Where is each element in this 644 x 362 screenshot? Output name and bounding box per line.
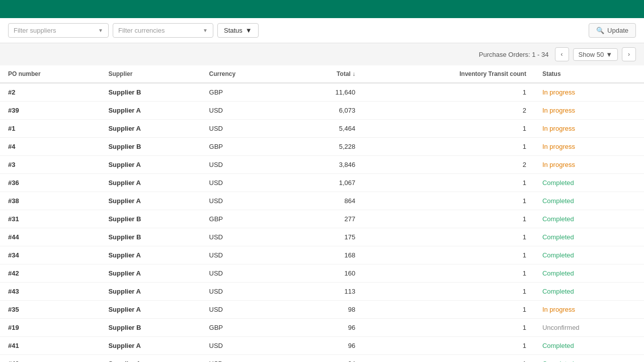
status-badge: Completed	[542, 179, 574, 187]
cell-transit-count: 1	[363, 120, 534, 138]
next-page-button[interactable]: ›	[622, 47, 636, 61]
table-row[interactable]: #31 Supplier B GBP 277 1 Completed	[0, 210, 644, 228]
cell-po-number: #4	[0, 138, 100, 156]
cell-total: 160	[289, 264, 363, 283]
table-row[interactable]: #41 Supplier A USD 96 1 Completed	[0, 337, 644, 355]
update-label: Update	[607, 27, 628, 34]
cell-transit-count: 1	[363, 355, 534, 363]
table-row[interactable]: #1 Supplier A USD 5,464 1 In progress	[0, 120, 644, 138]
cell-status: In progress	[534, 83, 644, 102]
cell-status: Completed	[534, 246, 644, 264]
table-row[interactable]: #19 Supplier B GBP 96 1 Unconfirmed	[0, 319, 644, 337]
cell-po-number: #2	[0, 83, 100, 102]
cell-supplier: Supplier A	[100, 283, 201, 301]
cell-po-number: #38	[0, 192, 100, 210]
status-badge: Completed	[542, 360, 574, 362]
cell-total: 113	[289, 283, 363, 301]
col-header-total[interactable]: Total ↓	[289, 65, 363, 83]
cell-currency: USD	[201, 355, 289, 363]
filter-suppliers-placeholder: Filter suppliers	[14, 27, 98, 34]
cell-total: 864	[289, 192, 363, 210]
status-badge: In progress	[542, 88, 575, 96]
status-badge: In progress	[542, 161, 575, 168]
table-row[interactable]: #39 Supplier A USD 6,073 2 In progress	[0, 102, 644, 120]
col-header-currency: Currency	[201, 65, 289, 83]
cell-supplier: Supplier A	[100, 102, 201, 120]
prev-page-button[interactable]: ‹	[555, 47, 569, 61]
table-row[interactable]: #36 Supplier A USD 1,067 1 Completed	[0, 174, 644, 192]
status-badge: In progress	[542, 125, 575, 132]
cell-total: 11,640	[289, 83, 363, 102]
cell-currency: USD	[201, 156, 289, 174]
cell-currency: USD	[201, 283, 289, 301]
chevron-down-icon: ▼	[606, 51, 612, 58]
chevron-down-icon: ▼	[203, 28, 208, 33]
status-badge: Completed	[542, 215, 574, 223]
cell-supplier: Supplier A	[100, 355, 201, 363]
col-header-transit-count: Inventory Transit count	[363, 65, 534, 83]
cell-po-number: #43	[0, 283, 100, 301]
table-row[interactable]: #42 Supplier A USD 160 1 Completed	[0, 264, 644, 283]
cell-total: 94	[289, 355, 363, 363]
cell-total: 175	[289, 228, 363, 246]
update-button[interactable]: 🔍 Update	[589, 23, 636, 38]
filter-suppliers-dropdown[interactable]: Filter suppliers ▼	[8, 23, 109, 38]
cell-supplier: Supplier A	[100, 192, 201, 210]
cell-currency: USD	[201, 102, 289, 120]
cell-supplier: Supplier B	[100, 138, 201, 156]
table-row[interactable]: #38 Supplier A USD 864 1 Completed	[0, 192, 644, 210]
table-row[interactable]: #3 Supplier A USD 3,846 2 In progress	[0, 156, 644, 174]
toolbar: Filter suppliers ▼ Filter currencies ▼ S…	[0, 18, 644, 43]
cell-status: In progress	[534, 156, 644, 174]
table-row[interactable]: #2 Supplier B GBP 11,640 1 In progress	[0, 83, 644, 102]
status-badge: In progress	[542, 306, 575, 313]
cell-supplier: Supplier A	[100, 264, 201, 283]
chevron-down-icon: ▼	[246, 27, 252, 34]
table-header-row: PO number Supplier Currency Total ↓ Inve…	[0, 65, 644, 83]
cell-po-number: #41	[0, 337, 100, 355]
cell-po-number: #39	[0, 102, 100, 120]
cell-supplier: Supplier A	[100, 120, 201, 138]
cell-currency: USD	[201, 337, 289, 355]
cell-supplier: Supplier A	[100, 337, 201, 355]
show-per-page-dropdown[interactable]: Show 50 ▼	[573, 48, 618, 61]
filter-currencies-dropdown[interactable]: Filter currencies ▼	[113, 23, 213, 38]
cell-status: In progress	[534, 301, 644, 319]
cell-total: 3,846	[289, 156, 363, 174]
cell-po-number: #3	[0, 156, 100, 174]
col-header-status: Status	[534, 65, 644, 83]
table-row[interactable]: #34 Supplier A USD 168 1 Completed	[0, 246, 644, 264]
cell-po-number: #1	[0, 120, 100, 138]
status-badge: Completed	[542, 197, 574, 205]
cell-transit-count: 1	[363, 83, 534, 102]
status-badge: In progress	[542, 107, 575, 114]
cell-total: 5,228	[289, 138, 363, 156]
cell-po-number: #44	[0, 228, 100, 246]
cell-status: Completed	[534, 210, 644, 228]
cell-status: Completed	[534, 174, 644, 192]
cell-total: 5,464	[289, 120, 363, 138]
table-row[interactable]: #35 Supplier A USD 98 1 In progress	[0, 301, 644, 319]
cell-transit-count: 1	[363, 228, 534, 246]
status-badge: Completed	[542, 269, 574, 277]
cell-transit-count: 1	[363, 283, 534, 301]
status-filter-dropdown[interactable]: Status ▼	[217, 23, 259, 38]
cell-total: 96	[289, 319, 363, 337]
status-badge: In progress	[542, 143, 575, 150]
cell-currency: USD	[201, 120, 289, 138]
cell-supplier: Supplier A	[100, 246, 201, 264]
table-row[interactable]: #43 Supplier A USD 113 1 Completed	[0, 283, 644, 301]
cell-po-number: #42	[0, 264, 100, 283]
cell-transit-count: 1	[363, 337, 534, 355]
table-row[interactable]: #40 Supplier A USD 94 1 Completed	[0, 355, 644, 363]
cell-total: 6,073	[289, 102, 363, 120]
cell-total: 98	[289, 301, 363, 319]
table-row[interactable]: #44 Supplier B USD 175 1 Completed	[0, 228, 644, 246]
cell-currency: USD	[201, 301, 289, 319]
filter-currencies-placeholder: Filter currencies	[118, 27, 203, 34]
cell-transit-count: 1	[363, 246, 534, 264]
table-row[interactable]: #4 Supplier B GBP 5,228 1 In progress	[0, 138, 644, 156]
pagination-label: Purchase Orders: 1 - 34	[479, 51, 549, 58]
status-badge: Completed	[542, 251, 574, 259]
status-badge: Unconfirmed	[542, 324, 580, 331]
